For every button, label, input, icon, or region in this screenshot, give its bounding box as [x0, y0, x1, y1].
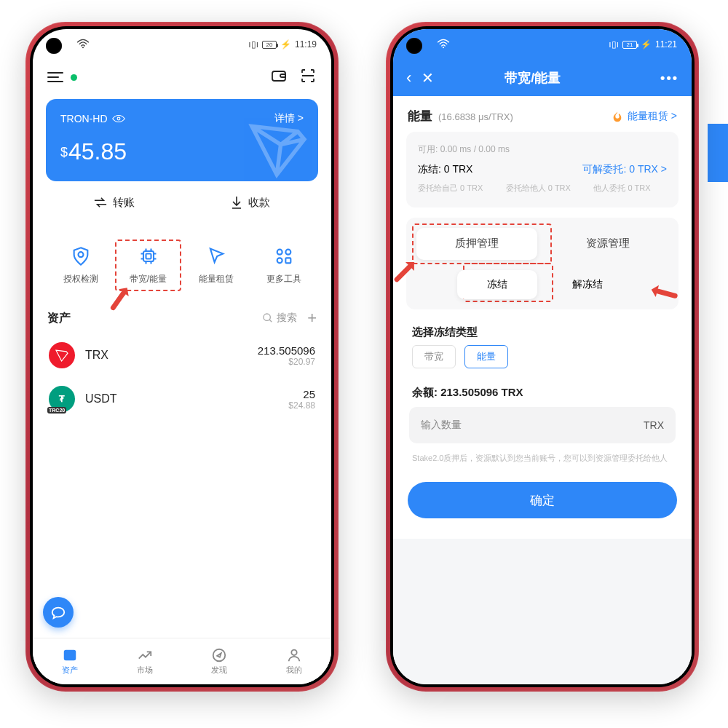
- nav-me[interactable]: 我的: [257, 638, 332, 684]
- side-accent: [708, 124, 728, 182]
- camera-hole: [406, 38, 422, 54]
- amount-input[interactable]: 输入数量 TRX: [409, 407, 676, 443]
- delegate-link[interactable]: 可解委托: 0 TRX >: [582, 163, 667, 176]
- nav-market[interactable]: 市场: [108, 638, 183, 684]
- user-icon: [286, 647, 302, 663]
- tool-auth-check[interactable]: 授权检测: [49, 245, 112, 285]
- search-icon: [262, 312, 274, 324]
- highlight-box: [115, 240, 181, 291]
- cursor-icon: [205, 245, 227, 267]
- available-text: 可用: 0.00 ms / 0.00 ms: [418, 143, 667, 156]
- wifi-icon: [76, 39, 90, 51]
- pointer-arrow-icon: [393, 258, 418, 283]
- svg-rect-1: [272, 71, 285, 81]
- menu-icon[interactable]: [47, 72, 63, 82]
- tool-label: 授权检测: [63, 273, 98, 285]
- balance-card[interactable]: TRON-HD 详情 > $45.85: [46, 99, 318, 181]
- visibility-icon[interactable]: [112, 114, 125, 124]
- rent-link[interactable]: 能量租赁 >: [612, 110, 677, 123]
- back-button[interactable]: ‹: [406, 68, 411, 87]
- tab-stake-manage[interactable]: 质押管理: [416, 228, 537, 260]
- balance-amount: 45.85: [68, 138, 127, 165]
- svg-point-10: [264, 314, 270, 320]
- rent-link-text: 能量租赁 >: [628, 110, 677, 123]
- status-bar: ı▯ı 21 ⚡ 11:21: [393, 29, 692, 60]
- stake-hint: Stake2.0质押后，资源默认到您当前账号，您可以到资源管理委托给他人: [412, 452, 673, 465]
- assets-title: 资产: [47, 311, 71, 326]
- search-button[interactable]: 搜索: [262, 312, 297, 325]
- tab-label: 冻结: [487, 278, 507, 291]
- asset-row-trx[interactable]: TRX 213.505096 $20.97: [33, 333, 331, 377]
- svg-point-8: [277, 258, 282, 263]
- col-from-others: 他人委托 0 TRX: [593, 182, 667, 194]
- chip-bandwidth[interactable]: 带宽: [412, 345, 456, 368]
- clock: 11:21: [655, 39, 677, 50]
- tab-label: 质押管理: [455, 237, 499, 250]
- confirm-button[interactable]: 确定: [408, 482, 677, 518]
- bottom-nav: 资产 市场 发现 我的: [33, 638, 331, 684]
- tool-more[interactable]: 更多工具: [252, 245, 315, 285]
- nav-label: 资产: [62, 665, 78, 676]
- freeze-type-label: 选择冻结类型: [412, 325, 673, 339]
- svg-rect-11: [65, 651, 76, 660]
- svg-point-2: [117, 117, 120, 120]
- compass-icon: [211, 647, 227, 663]
- page-title: 带宽/能量: [415, 69, 650, 87]
- svg-point-7: [285, 250, 290, 255]
- subtab-unfreeze[interactable]: 解冻结: [547, 270, 628, 299]
- phone-left: ı▯ı 20 ⚡ 11:19 TR: [25, 22, 339, 692]
- tool-bandwidth-energy[interactable]: 带宽/能量: [116, 245, 180, 285]
- section-header: 能量 (16.6838 μs/TRX) 能量租赁 >: [393, 96, 692, 132]
- trx-icon: [49, 342, 75, 368]
- battery-level: 21: [622, 41, 637, 49]
- scan-icon[interactable]: [299, 67, 317, 87]
- transfer-button[interactable]: 转账: [46, 181, 182, 223]
- nav-discover[interactable]: 发现: [182, 638, 257, 684]
- app-topbar: [33, 60, 331, 95]
- fire-icon: [612, 111, 623, 122]
- asset-row-usdt[interactable]: ₮TRC20 USDT 25 $24.88: [33, 377, 331, 421]
- input-suffix: TRX: [644, 419, 664, 431]
- energy-label: 能量: [408, 108, 432, 124]
- camera-hole: [46, 38, 62, 54]
- search-label: 搜索: [277, 312, 297, 325]
- asset-symbol: TRX: [85, 349, 108, 362]
- tx-actions: 转账 收款: [46, 181, 318, 223]
- nav-assets[interactable]: 资产: [33, 638, 108, 684]
- status-bar: ı▯ı 20 ⚡ 11:19: [33, 29, 331, 60]
- svg-rect-9: [285, 258, 290, 263]
- transfer-label: 转账: [113, 196, 135, 210]
- phone-right: ı▯ı 21 ⚡ 11:21 ‹ ✕ 带宽/能量 ••• 能量 (16.6838…: [386, 22, 699, 692]
- receive-button[interactable]: 收款: [182, 181, 318, 223]
- tool-label: 更多工具: [266, 273, 301, 285]
- add-asset-button[interactable]: +: [307, 309, 317, 328]
- network-label: TRON-HD: [60, 113, 108, 124]
- pointer-arrow-icon: [106, 283, 134, 312]
- tool-energy-rent[interactable]: 能量租赁: [184, 245, 248, 285]
- asset-amount: 213.505096: [258, 344, 315, 357]
- status-dot: [71, 74, 77, 81]
- input-placeholder: 输入数量: [421, 419, 462, 432]
- nav-label: 发现: [211, 665, 227, 676]
- subtab-freeze[interactable]: 冻结: [457, 270, 537, 299]
- confirm-label: 确定: [530, 492, 555, 509]
- asset-usd: $20.97: [258, 357, 315, 367]
- shield-icon: [70, 245, 92, 267]
- wifi-icon: [437, 39, 450, 51]
- svg-point-14: [443, 47, 444, 48]
- receive-label: 收款: [248, 196, 270, 210]
- wallet-icon[interactable]: [270, 67, 288, 87]
- tab-label: 解冻结: [572, 278, 603, 291]
- clock: 11:19: [295, 39, 317, 50]
- chart-icon: [137, 647, 153, 663]
- chip-label: 能量: [477, 351, 496, 362]
- grid-icon: [273, 245, 295, 267]
- energy-rate: (16.6838 μs/TRX): [438, 111, 513, 122]
- tab-resource-manage[interactable]: 资源管理: [547, 228, 668, 260]
- more-button[interactable]: •••: [660, 71, 678, 86]
- chip-energy[interactable]: 能量: [464, 345, 508, 368]
- svg-point-6: [277, 250, 282, 255]
- chat-fab[interactable]: [43, 597, 74, 628]
- svg-point-13: [291, 650, 296, 655]
- tool-grid: 授权检测 带宽/能量 能量租赁 更多工具: [46, 235, 318, 296]
